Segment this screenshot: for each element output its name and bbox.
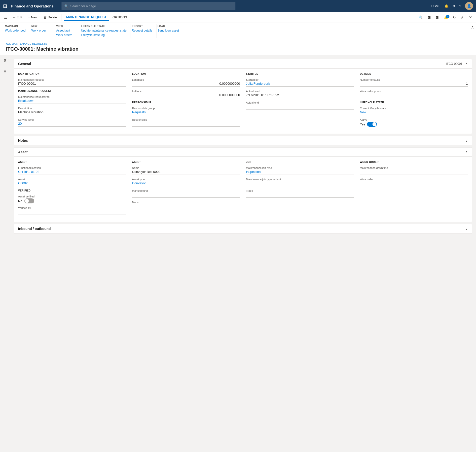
- value-longitude: 0.0000000000: [132, 82, 240, 87]
- value-maint-job-type[interactable]: Inspection: [246, 170, 354, 175]
- field-asset: Asset C0002: [18, 178, 126, 186]
- asset-verified-toggle[interactable]: [24, 198, 34, 203]
- search-bar[interactable]: 🔍 Search for a page: [62, 2, 235, 10]
- general-section-title: General: [18, 62, 31, 66]
- asset-section-header[interactable]: Asset ∧: [14, 148, 472, 157]
- general-col2: LOCATION Longitude 0.0000000000 Latitude…: [132, 73, 240, 130]
- edit-button[interactable]: ✏ Edit: [10, 14, 25, 21]
- asset-section: Asset ∧ ASSET Functional location CH-BP1…: [14, 147, 472, 222]
- value-verified-by: [18, 210, 126, 215]
- field-job-type-variant: Maintenance job type variant: [246, 178, 354, 186]
- ribbon-item-work-orders[interactable]: Work orders: [56, 33, 76, 37]
- plus-icon: +: [28, 15, 30, 19]
- grid-view-icon[interactable]: ⊞: [426, 14, 433, 20]
- field-active: Active Yes: [360, 118, 468, 127]
- ribbon-collapse-icon[interactable]: ∧: [471, 25, 474, 30]
- asset2-title: ASSET: [132, 161, 240, 163]
- responsible-title: RESPONSIBLE: [132, 101, 240, 104]
- field-started-by: Started by Julia Funderburk: [246, 78, 354, 87]
- field-label-maint-req: Maintenance request: [18, 78, 126, 81]
- value-current-lifecycle[interactable]: New: [360, 110, 468, 115]
- help-icon[interactable]: ?: [459, 4, 461, 8]
- label-asset-type: Asset type: [132, 178, 240, 181]
- ribbon-item-work-order[interactable]: Work order: [31, 29, 51, 33]
- delete-button[interactable]: 🗑 Delete: [41, 14, 60, 21]
- close-icon[interactable]: ✕: [467, 14, 474, 21]
- search-placeholder: Search for a page: [70, 4, 96, 8]
- page-header: ALL MAINTENANCE REQUESTS ITCO-00001: Mac…: [0, 40, 476, 55]
- field-actual-start: Actual start 7/17/2019 01:00:17 AM: [246, 90, 354, 98]
- search-icon: 🔍: [64, 4, 68, 8]
- value-started-by[interactable]: Julia Funderburk: [246, 82, 354, 87]
- field-longitude: Longitude 0.0000000000: [132, 78, 240, 87]
- ribbon-items-lifecycle: Update maintenance request state Lifecyc…: [81, 29, 126, 37]
- ribbon-title-loan: LOAN: [157, 25, 179, 28]
- tab-options[interactable]: OPTIONS: [110, 14, 130, 21]
- breadcrumb[interactable]: ALL MAINTENANCE REQUESTS: [6, 42, 470, 45]
- search-cmd-icon[interactable]: 🔍: [417, 14, 425, 20]
- label-maint-job-type: Maintenance job type: [246, 166, 354, 169]
- ribbon-title-view: VIEW: [56, 25, 76, 28]
- field-responsible: Responsible: [132, 118, 240, 127]
- ribbon-group-loan: LOAN Send loan asset: [156, 24, 183, 38]
- verified-title: VERIFIED: [18, 189, 126, 192]
- value-req-type[interactable]: Breakdown: [18, 99, 126, 104]
- value-responsible: [132, 122, 240, 127]
- notes-section: Notes ∨: [14, 136, 472, 145]
- notification-icon[interactable]: 🔔: [444, 4, 448, 8]
- filter-icon[interactable]: ⊽: [2, 57, 8, 65]
- general-section-header[interactable]: General ITCO-00001 ∧: [14, 59, 472, 69]
- label-active: Active: [360, 118, 468, 121]
- ribbon-item-state-log[interactable]: Lifecycle state log: [81, 33, 126, 37]
- ribbon-item-work-order-pool[interactable]: Work order pool: [5, 29, 26, 33]
- value-asset[interactable]: C0002: [18, 181, 126, 186]
- ribbon-item-asset-fault[interactable]: Asset fault: [56, 29, 76, 33]
- label-model: Model: [132, 201, 240, 204]
- top-nav: ⊞ Finance and Operations 🔍 Search for a …: [0, 0, 476, 12]
- field-service-level: Service level 20: [18, 118, 126, 127]
- waffle-icon[interactable]: ⊞: [3, 3, 7, 9]
- main-content: General ITCO-00001 ∧ IDENTIFICATION Main…: [10, 55, 476, 239]
- settings-icon[interactable]: ⚙: [452, 4, 455, 8]
- value-resp-group[interactable]: Requests: [132, 110, 240, 115]
- field-latitude: Latitude 0.0000000000: [132, 90, 240, 98]
- value-model: [132, 204, 240, 209]
- general-section-id: ITCO-00001: [446, 62, 462, 66]
- notifications-badge[interactable]: 🔔0: [442, 14, 450, 20]
- cmd-right-actions: 🔍 ⊞ ⊟ 🔔0 ↻ ⤢ ✕: [417, 14, 474, 21]
- active-toggle[interactable]: [367, 122, 377, 127]
- notes-section-header[interactable]: Notes ∨: [14, 136, 472, 145]
- edit-icon: ✏: [13, 15, 16, 19]
- user-avatar[interactable]: 👤: [465, 2, 473, 10]
- field-description: Description Machine vibration: [18, 107, 126, 115]
- field-verified-by: Verified by: [18, 206, 126, 215]
- ribbon-item-request-details[interactable]: Request details: [132, 29, 152, 33]
- label-actual-start: Actual start: [246, 90, 354, 93]
- location-title: LOCATION: [132, 73, 240, 75]
- ribbon-item-send-loan[interactable]: Send loan asset: [157, 29, 179, 33]
- label-resp-group: Responsible group: [132, 107, 240, 110]
- list-icon[interactable]: ≡: [2, 68, 7, 75]
- value-asset-type[interactable]: Conveyor: [132, 181, 240, 186]
- separator: [62, 14, 62, 21]
- popout-icon[interactable]: ⤢: [459, 14, 466, 20]
- value-func-loc[interactable]: CH-BP1-01-02: [18, 170, 126, 175]
- asset-chevron-icon: ∧: [465, 150, 468, 154]
- field-model: Model: [132, 201, 240, 209]
- field-current-lifecycle: Current lifecycle state New: [360, 107, 468, 115]
- refresh-icon[interactable]: ↻: [451, 14, 458, 20]
- ribbon-items-view: Asset fault Work orders: [56, 29, 76, 37]
- ribbon-items-loan: Send loan asset: [157, 29, 179, 33]
- general-section: General ITCO-00001 ∧ IDENTIFICATION Main…: [14, 59, 472, 134]
- open-in-new-icon[interactable]: ⊟: [434, 14, 441, 20]
- new-button[interactable]: + New: [26, 14, 40, 21]
- tab-maintenance[interactable]: MAINTENANCE REQUEST: [64, 14, 109, 21]
- ribbon-item-update-state[interactable]: Update maintenance request state: [81, 29, 126, 33]
- menu-icon[interactable]: ☰: [2, 14, 9, 21]
- field-work-order-pools: Work order pools: [360, 90, 468, 98]
- notes-section-title: Notes: [18, 139, 28, 143]
- label-actual-end: Actual end: [246, 101, 354, 104]
- inbound-outbound-header[interactable]: Inbound / outbound ∨: [14, 224, 472, 233]
- field-responsible-group: Responsible group Requests: [132, 107, 240, 115]
- field-asset-name: Name Conveyor Belt 0002: [132, 166, 240, 175]
